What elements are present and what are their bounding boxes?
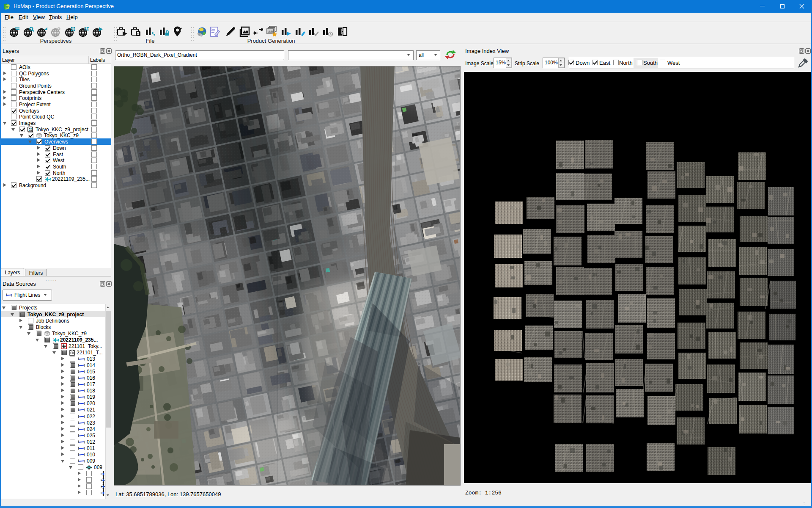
svg-text:3D: 3D bbox=[84, 27, 89, 31]
